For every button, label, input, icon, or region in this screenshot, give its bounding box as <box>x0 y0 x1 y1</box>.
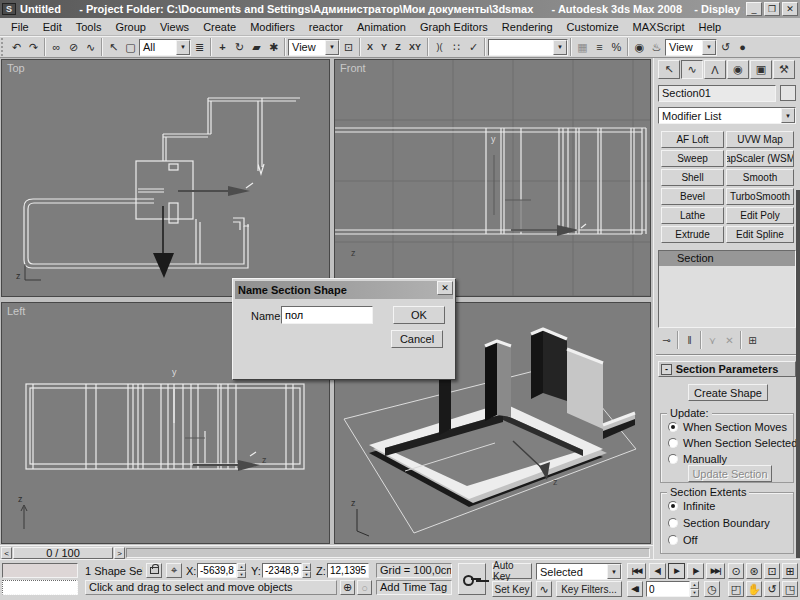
y-spinner[interactable]: ▲▼ <box>302 563 311 578</box>
zoom-icon[interactable]: ⊙ <box>728 563 744 579</box>
radio-icon[interactable] <box>668 518 678 528</box>
next-frame-icon[interactable]: |▶ <box>687 563 704 579</box>
shape-name-input[interactable] <box>281 306 373 324</box>
time-slider-handle[interactable]: 0 / 100 <box>13 547 113 559</box>
zoom-extents-icon[interactable]: ⊡ <box>764 563 780 579</box>
radio-section-boundary[interactable]: Section Boundary <box>668 517 770 529</box>
modifier-stack-list[interactable]: Section <box>658 250 796 328</box>
set-key-filter-curve-icon[interactable]: ∿ <box>536 581 552 597</box>
configure-modifier-sets-icon[interactable]: ⊞ <box>744 332 761 348</box>
time-slider-prev-button[interactable]: < <box>1 547 12 559</box>
restrict-z-button[interactable]: Z <box>391 38 405 56</box>
radio-when-section-moves[interactable]: When Section Moves <box>668 421 787 433</box>
arc-rotate-icon[interactable]: ↺ <box>764 581 780 597</box>
select-and-move-icon[interactable]: + <box>214 38 231 56</box>
modifier-button-shell[interactable]: Shell <box>661 169 724 186</box>
tab-create[interactable]: ↖ <box>658 60 680 79</box>
key-filters-button[interactable]: Key Filters... <box>556 581 622 597</box>
time-slider-track[interactable] <box>126 548 650 558</box>
menu-views[interactable]: Views <box>153 19 196 35</box>
maxscript-mini-listener-bottom[interactable] <box>2 580 78 595</box>
auto-key-button[interactable]: Auto Key <box>492 563 532 579</box>
stack-item-section[interactable]: Section <box>659 251 795 266</box>
schematic-view-icon[interactable]: % <box>608 38 625 56</box>
object-color-swatch[interactable] <box>780 85 796 101</box>
menu-tools[interactable]: Tools <box>69 19 109 35</box>
min-max-toggle-icon[interactable]: ◳ <box>782 581 798 597</box>
minimize-button[interactable]: _ <box>746 2 762 16</box>
menu-create[interactable]: Create <box>196 19 243 35</box>
current-frame-field[interactable] <box>646 581 690 597</box>
menu-graph-editors[interactable]: Graph Editors <box>413 19 495 35</box>
mirror-icon[interactable]: )( <box>431 38 448 56</box>
use-pivot-center-icon[interactable]: ⊡ <box>340 38 357 56</box>
set-key-button[interactable]: Set Key <box>492 581 532 597</box>
z-coordinate-field[interactable] <box>327 563 369 578</box>
menu-animation[interactable]: Animation <box>350 19 413 35</box>
named-selection-sets-combo[interactable]: ▼ <box>488 39 568 56</box>
add-time-tag[interactable]: Add Time Tag <box>376 580 452 595</box>
zoom-all-icon[interactable]: ⊛ <box>746 563 762 579</box>
viewport-left-label[interactable]: Left <box>7 305 25 317</box>
restrict-xy-button[interactable]: XY <box>405 38 425 56</box>
modifier-button-edit-spline[interactable]: Edit Spline <box>726 226 794 243</box>
chevron-down-icon[interactable]: ▼ <box>176 40 190 55</box>
radio-manually[interactable]: Manually <box>668 453 727 465</box>
quick-render-icon[interactable]: ↺ <box>717 38 734 56</box>
select-and-link-icon[interactable]: ∞ <box>48 38 65 56</box>
play-icon[interactable]: ▶ <box>668 563 685 579</box>
tab-hierarchy[interactable]: Λ <box>704 60 726 79</box>
menu-modifiers[interactable]: Modifiers <box>243 19 302 35</box>
viewport-front-label[interactable]: Front <box>340 62 366 74</box>
snaps-toggle-icon[interactable]: ∷ <box>448 38 465 56</box>
render-type-combo[interactable]: View ▼ <box>665 39 717 56</box>
previous-frame-icon[interactable]: ◀| <box>649 563 666 579</box>
modifier-list-combo[interactable]: Modifier List ▼ <box>658 107 796 124</box>
make-unique-icon[interactable]: ⋎ <box>704 332 721 348</box>
time-configuration-icon[interactable]: ◷ <box>704 581 720 597</box>
create-shape-button[interactable]: Create Shape <box>688 384 768 401</box>
region-zoom-icon[interactable]: ◰ <box>728 581 744 597</box>
modifier-button-bevel[interactable]: Bevel <box>661 188 724 205</box>
undo-icon[interactable]: ↶ <box>8 38 25 56</box>
radio-when-section-selected[interactable]: When Section Selected <box>668 437 797 449</box>
selection-region-icon[interactable]: ▢ <box>122 38 139 56</box>
tab-utilities[interactable]: ⚒ <box>773 60 795 79</box>
bind-to-spacewarp-icon[interactable]: ∿ <box>82 38 99 56</box>
modifier-button-af-loft[interactable]: AF Loft <box>661 131 724 148</box>
chevron-down-icon[interactable]: ▼ <box>781 108 795 123</box>
pan-hand-icon[interactable]: ✋ <box>746 581 762 597</box>
layer-manager-icon[interactable]: ≡ <box>591 38 608 56</box>
section-parameters-rollout[interactable]: - Section Parameters <box>658 361 796 377</box>
curve-editor-icon[interactable]: ▦ <box>574 38 591 56</box>
render-last-icon[interactable]: ● <box>734 38 751 56</box>
select-and-scale-icon[interactable]: ▰ <box>248 38 265 56</box>
select-by-name-icon[interactable]: ≣ <box>191 38 208 56</box>
chevron-down-icon[interactable]: ▼ <box>607 564 621 579</box>
selection-set-combo[interactable]: Selected ▼ <box>536 563 622 580</box>
maxscript-mini-listener-top[interactable] <box>2 563 78 578</box>
maximize-button[interactable]: ❐ <box>764 2 780 16</box>
menu-file[interactable]: File <box>4 19 36 35</box>
radio-icon[interactable] <box>668 454 678 464</box>
viewport-top-label[interactable]: Top <box>7 62 25 74</box>
object-name-field[interactable]: Section01 <box>658 85 776 102</box>
rollout-collapse-icon[interactable]: - <box>661 364 672 375</box>
restrict-y-button[interactable]: Y <box>377 38 391 56</box>
go-to-start-icon[interactable]: |◀◀ <box>627 563 646 579</box>
menu-maxscript[interactable]: MAXScript <box>626 19 692 35</box>
radio-off[interactable]: Off <box>668 534 697 546</box>
unlink-selection-icon[interactable]: ⊘ <box>65 38 82 56</box>
radio-icon[interactable] <box>668 438 678 448</box>
selection-filter-combo[interactable]: All ▼ <box>139 39 191 56</box>
close-button[interactable]: ✕ <box>782 2 798 16</box>
selection-lock-dim-icon[interactable]: ○ <box>357 580 372 595</box>
modifier-button-edit-poly[interactable]: Edit Poly <box>726 207 794 224</box>
render-setup-icon[interactable]: ♨ <box>648 38 665 56</box>
update-section-button[interactable]: Update Section <box>688 465 772 482</box>
frame-spinner[interactable]: ▲▼ <box>690 581 699 597</box>
radio-icon[interactable] <box>668 535 678 545</box>
x-coordinate-field[interactable] <box>197 563 237 578</box>
modifier-button-extrude[interactable]: Extrude <box>661 226 724 243</box>
dialog-close-icon[interactable]: ✕ <box>437 281 453 295</box>
